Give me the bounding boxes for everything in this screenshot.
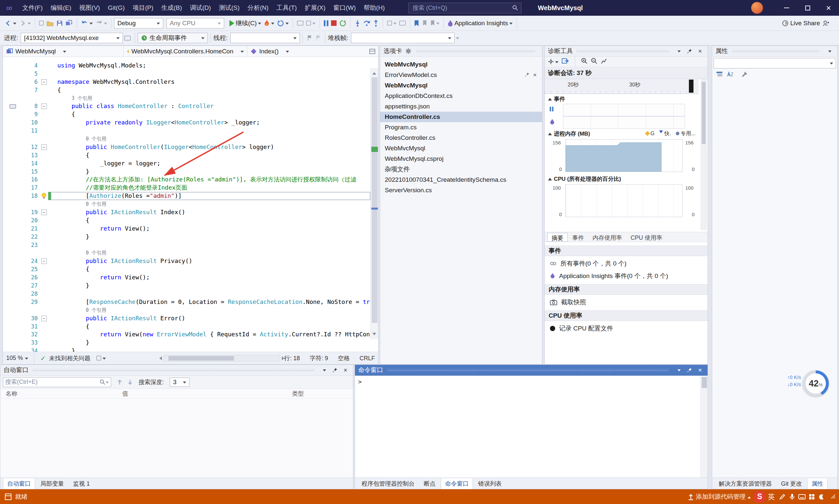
- bookmark-icon[interactable]: [413, 17, 420, 30]
- alphabetical-icon[interactable]: [727, 71, 733, 79]
- props-tab-1[interactable]: 解决方案资源管理器: [715, 479, 776, 489]
- show-next-statement-icon[interactable]: [386, 17, 398, 30]
- properties-header[interactable]: 属性: [712, 46, 837, 57]
- event-track-row[interactable]: [563, 116, 685, 129]
- glyph-margin[interactable]: [3, 273, 23, 282]
- ai-events-row[interactable]: Application Insights 事件(0 个，共 0 个): [545, 270, 707, 282]
- bookmark-prev-icon[interactable]: [420, 17, 429, 30]
- glyph-margin[interactable]: [3, 184, 23, 192]
- props-tab-2[interactable]: Git 更改: [777, 479, 806, 489]
- window-position-icon[interactable]: [675, 366, 683, 374]
- cpu-gauge-widget[interactable]: 42 %: [803, 371, 829, 397]
- diag-tab-4[interactable]: CPU 使用率: [627, 233, 666, 242]
- menu-item[interactable]: 生成(B): [157, 0, 186, 16]
- glyph-margin[interactable]: [3, 208, 23, 216]
- glyph-margin[interactable]: [3, 192, 23, 200]
- glyph-margin[interactable]: [3, 135, 23, 143]
- collapse-region-icon[interactable]: −: [41, 144, 47, 150]
- fold-margin[interactable]: [40, 306, 48, 314]
- new-file-icon[interactable]: [38, 17, 45, 30]
- fold-margin[interactable]: [40, 119, 48, 127]
- search-options-caret[interactable]: [106, 381, 109, 385]
- fold-margin[interactable]: [40, 160, 48, 168]
- code-area[interactable]: 4using WebMvcMysql.Models;56−namespace W…: [3, 57, 378, 352]
- export-icon[interactable]: [562, 58, 569, 66]
- pin-icon[interactable]: [685, 47, 694, 55]
- ime-mode-indicator[interactable]: 英: [768, 492, 775, 501]
- cmd-tab-3[interactable]: 命令窗口: [441, 479, 473, 489]
- split-window-icon[interactable]: [369, 46, 378, 57]
- glyph-margin[interactable]: [3, 323, 23, 331]
- navigate-forward-button[interactable]: [18, 17, 32, 30]
- glyph-margin[interactable]: [3, 306, 23, 314]
- navigate-back-button[interactable]: [3, 17, 18, 30]
- fold-margin[interactable]: [40, 151, 48, 160]
- memory-section-header[interactable]: 进程内存 (MB) G 快. 专用...: [545, 129, 699, 139]
- search-icon[interactable]: [512, 5, 518, 11]
- undo-button[interactable]: [80, 17, 94, 30]
- glyph-margin[interactable]: [3, 110, 23, 119]
- unflag-thread-icon[interactable]: [314, 32, 322, 44]
- document-tab[interactable]: RolesController.cs: [380, 133, 542, 143]
- diag-settings-button[interactable]: [548, 59, 558, 65]
- memory-chart[interactable]: [565, 139, 683, 172]
- search-input[interactable]: [408, 3, 521, 14]
- window-position-icon[interactable]: [320, 366, 329, 374]
- collapse-icon[interactable]: [548, 176, 552, 180]
- watch-search-box[interactable]: [3, 377, 111, 387]
- editor-horizontal-scrollbar[interactable]: [163, 355, 280, 362]
- document-tab[interactable]: appsettings.json: [380, 101, 542, 112]
- collapse-region-icon[interactable]: −: [41, 316, 47, 321]
- fold-margin[interactable]: [40, 110, 48, 119]
- document-tab[interactable]: 20221010070341_CreateIdentitySchema.cs: [380, 175, 542, 185]
- restart-app-button[interactable]: [276, 17, 290, 30]
- events-section-header[interactable]: 事件: [545, 94, 699, 104]
- fold-margin[interactable]: [40, 330, 48, 339]
- object-selector-combo[interactable]: [714, 58, 836, 69]
- health-status[interactable]: 未找到相关问题: [49, 354, 90, 362]
- member-dropdown[interactable]: Index(): [247, 46, 350, 57]
- scroll-left-icon[interactable]: [157, 356, 162, 360]
- code-cleanup-icon[interactable]: [97, 355, 106, 361]
- diagnostics-header[interactable]: 诊断工具 ×: [545, 46, 707, 57]
- scrollbar-thumb[interactable]: [702, 82, 705, 144]
- glyph-margin[interactable]: [3, 86, 23, 94]
- fold-margin[interactable]: [40, 282, 48, 290]
- maximize-button[interactable]: [797, 0, 818, 16]
- cmd-tab-4[interactable]: 错误列表: [474, 479, 506, 489]
- process-combo[interactable]: [41932] WebMvcMysql.exe: [21, 33, 123, 43]
- breakpoint-window-icon[interactable]: [398, 17, 407, 30]
- glyph-margin[interactable]: [3, 257, 23, 265]
- glyph-margin[interactable]: [3, 160, 23, 168]
- fold-margin[interactable]: [40, 176, 48, 184]
- glyph-margin[interactable]: [3, 347, 23, 352]
- zoom-dropdown[interactable]: 105 %: [6, 355, 28, 362]
- fold-margin[interactable]: [40, 347, 48, 352]
- class-dropdown[interactable]: WebMvcMysql.Controllers.HomeCon: [124, 46, 247, 57]
- background-tasks-icon[interactable]: [3, 491, 13, 502]
- glyph-margin[interactable]: [3, 200, 23, 208]
- tabs-panel-header[interactable]: 选项卡: [380, 46, 542, 57]
- glyph-margin[interactable]: [3, 168, 23, 176]
- glyph-margin[interactable]: [3, 298, 23, 306]
- code-window-icon[interactable]: [296, 17, 305, 30]
- fold-margin[interactable]: −: [40, 257, 48, 265]
- glyph-margin[interactable]: [3, 78, 23, 86]
- take-snapshot-row[interactable]: 截取快照: [545, 297, 707, 308]
- project-dropdown[interactable]: WebMvcMysql: [3, 46, 124, 57]
- search-icon[interactable]: [100, 379, 106, 385]
- pencil-icon[interactable]: [777, 491, 787, 502]
- bookmark-next-icon[interactable]: [429, 17, 441, 30]
- autos-tab-1[interactable]: 自动窗口: [3, 479, 35, 489]
- document-tab[interactable]: Program.cs: [380, 122, 542, 133]
- glyph-margin[interactable]: [3, 241, 23, 249]
- hscrollbar-thumb[interactable]: [169, 356, 234, 361]
- menu-item[interactable]: Git(G): [104, 0, 129, 16]
- menu-item[interactable]: 扩展(X): [301, 0, 329, 16]
- glyph-margin[interactable]: [3, 127, 23, 135]
- live-share-button[interactable]: Live Share: [780, 17, 821, 30]
- show-diagnostics-icon[interactable]: [305, 17, 317, 30]
- glyph-margin[interactable]: [3, 249, 23, 257]
- lifecycle-events-button[interactable]: 生命周期事件: [138, 33, 208, 43]
- toolbar-overflow-icon[interactable]: [455, 32, 460, 44]
